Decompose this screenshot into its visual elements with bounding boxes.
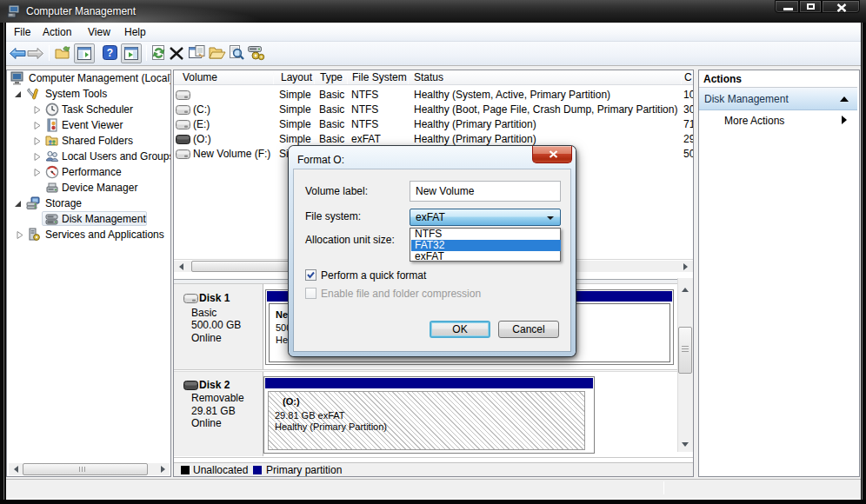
svg-text:?: ? [107,47,113,59]
